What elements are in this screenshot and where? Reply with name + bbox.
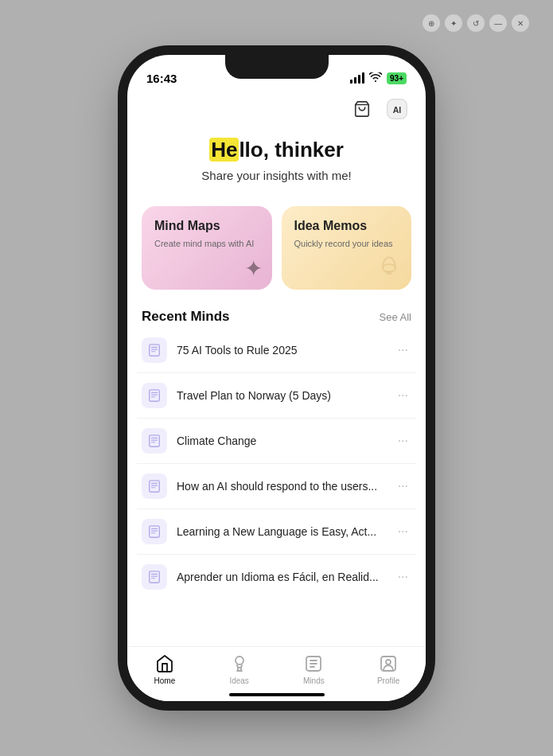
notch — [225, 55, 329, 79]
mind-item-more-button[interactable]: ··· — [395, 567, 411, 587]
mind-item-icon — [142, 564, 167, 590]
see-all-button[interactable]: See All — [380, 311, 411, 323]
subtitle-text: Share your insights with me! — [143, 169, 410, 182]
chrome-pin-btn[interactable]: ⊕ — [423, 14, 440, 32]
mind-item-text: Learning a New Language is Easy, Act... — [177, 525, 395, 538]
mind-item-text: 75 AI Tools to Rule 2025 — [177, 344, 395, 357]
mind-item-more-button[interactable]: ··· — [395, 385, 411, 406]
mind-item-text: How an AI should respond to the users... — [177, 480, 395, 493]
ideas-icon — [229, 653, 250, 674]
list-item[interactable]: Climate Change ··· — [137, 419, 416, 464]
list-item[interactable]: How an AI should respond to the users...… — [137, 464, 416, 509]
nav-profile-label: Profile — [377, 676, 399, 685]
ai-icon-button[interactable]: AI — [384, 96, 410, 122]
greeting-text: Hello, thinker — [143, 138, 410, 162]
list-item[interactable]: Learning a New Language is Easy, Act... … — [137, 509, 416, 555]
scroll-content[interactable]: Hello, thinker Share your insights with … — [127, 122, 426, 671]
mind-item-text: Aprender un Idioma es Fácil, en Realid..… — [177, 571, 395, 583]
nav-ideas[interactable]: Ideas — [202, 653, 277, 685]
mind-maps-title: Mind Maps — [154, 219, 259, 233]
svg-rect-14 — [150, 435, 160, 446]
mind-item-icon — [142, 473, 167, 499]
nav-home[interactable]: Home — [127, 653, 202, 685]
battery-badge: 93+ — [387, 72, 407, 84]
list-item[interactable]: 75 AI Tools to Rule 2025 ··· — [137, 328, 416, 373]
mind-item-text: Climate Change — [177, 435, 395, 447]
mind-maps-card[interactable]: Mind Maps Create mind maps with AI ✦ — [142, 206, 272, 290]
wifi-icon — [369, 72, 382, 84]
hero-section: Hello, thinker Share your insights with … — [127, 122, 426, 190]
minds-icon — [303, 653, 324, 674]
cart-icon-button[interactable] — [349, 96, 375, 122]
mind-item-icon — [142, 428, 167, 454]
chrome-minimize-btn[interactable]: — — [489, 14, 507, 32]
mind-item-icon — [142, 337, 167, 363]
mind-item-more-button[interactable]: ··· — [395, 521, 411, 542]
greeting-rest: llo, thinker — [239, 138, 343, 162]
svg-point-36 — [386, 660, 391, 664]
phone-shell: 16:43 93+ — [127, 55, 426, 701]
idea-memos-title: Idea Memos — [294, 219, 399, 233]
top-actions: AI — [127, 90, 426, 122]
nav-minds-label: Minds — [303, 676, 325, 685]
svg-point-30 — [236, 657, 243, 664]
status-icons: 93+ — [350, 72, 407, 84]
idea-memos-subtitle: Quickly record your ideas — [294, 238, 399, 249]
cards-row: Mind Maps Create mind maps with AI ✦ Ide… — [127, 190, 426, 298]
mind-items-list: 75 AI Tools to Rule 2025 ··· Travel Plan… — [127, 328, 426, 599]
chrome-history-btn[interactable]: ↺ — [467, 14, 485, 32]
profile-icon — [378, 653, 399, 674]
nav-home-label: Home — [154, 676, 176, 685]
mind-maps-card-icon: ✦ — [244, 255, 263, 282]
svg-rect-6 — [150, 345, 160, 356]
home-indicator — [229, 693, 325, 696]
mind-item-icon — [142, 383, 167, 408]
mind-item-icon — [142, 519, 167, 544]
svg-rect-26 — [150, 571, 160, 583]
mind-item-more-button[interactable]: ··· — [395, 340, 411, 360]
mind-item-more-button[interactable]: ··· — [395, 476, 411, 497]
home-icon — [154, 653, 175, 674]
window-chrome: ⊕ ✦ ↺ — ✕ — [423, 14, 529, 32]
svg-rect-18 — [150, 481, 160, 492]
nav-minds[interactable]: Minds — [277, 653, 352, 685]
mind-item-more-button[interactable]: ··· — [395, 431, 411, 451]
svg-text:AI: AI — [393, 105, 402, 115]
nav-profile[interactable]: Profile — [351, 653, 426, 685]
chrome-close-btn[interactable]: ✕ — [512, 14, 529, 32]
status-time: 16:43 — [146, 72, 177, 85]
greeting-highlight: He — [209, 138, 239, 162]
idea-memos-card-icon — [376, 251, 402, 282]
signal-icon — [350, 72, 364, 84]
mind-maps-subtitle: Create mind maps with AI — [154, 238, 259, 249]
idea-memos-card[interactable]: Idea Memos Quickly record your ideas — [282, 206, 412, 290]
svg-rect-22 — [150, 526, 160, 537]
mind-item-text: Travel Plan to Norway (5 Days) — [177, 389, 395, 402]
svg-rect-10 — [150, 390, 160, 401]
list-item[interactable]: Aprender un Idioma es Fácil, en Realid..… — [137, 555, 416, 599]
chrome-star-btn[interactable]: ✦ — [445, 14, 462, 32]
nav-ideas-label: Ideas — [229, 676, 248, 685]
recent-minds-title: Recent Minds — [142, 309, 230, 325]
list-item[interactable]: Travel Plan to Norway (5 Days) ··· — [137, 373, 416, 419]
recent-section-header: Recent Minds See All — [127, 298, 426, 328]
